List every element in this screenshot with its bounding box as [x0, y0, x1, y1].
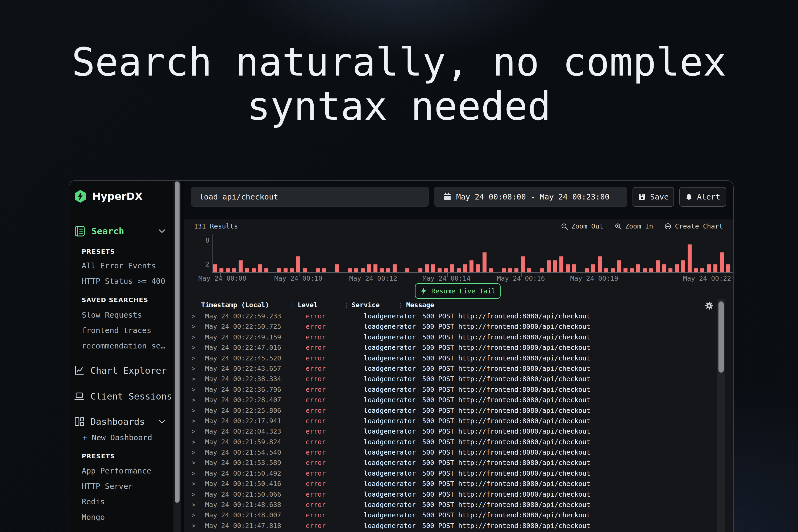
histogram-bar[interactable]	[296, 256, 300, 272]
sidebar-saved-search-item[interactable]: recommendation se…	[82, 338, 165, 354]
row-expand-chevron[interactable]: >	[191, 458, 201, 468]
histogram-bar[interactable]	[374, 264, 377, 272]
row-expand-chevron[interactable]: >	[191, 490, 201, 500]
row-expand-chevron[interactable]: >	[191, 353, 201, 364]
save-button[interactable]: Save	[632, 187, 674, 207]
brand[interactable]: HyperDX	[74, 190, 142, 203]
histogram-bar[interactable]	[559, 256, 564, 272]
histogram-bar[interactable]	[425, 264, 429, 272]
sidebar-dashboard-preset-item[interactable]: Redis	[82, 494, 151, 509]
histogram-bar[interactable]	[675, 264, 679, 272]
row-expand-chevron[interactable]: >	[191, 374, 201, 384]
row-expand-chevron[interactable]: >	[191, 343, 201, 353]
histogram-bar[interactable]	[245, 268, 249, 272]
time-range-picker[interactable]: May 24 00:08:00 - May 24 00:23:00	[434, 187, 627, 207]
sidebar-preset-item[interactable]: All Error Events	[82, 258, 165, 273]
histogram-bar[interactable]	[277, 268, 281, 272]
histogram-bar[interactable]	[668, 268, 672, 272]
histogram-bar[interactable]	[643, 268, 647, 272]
column-separator-icon[interactable]: ⋮	[398, 301, 403, 310]
row-expand-chevron[interactable]: >	[191, 426, 201, 437]
table-scrollbar-track[interactable]	[717, 299, 725, 532]
histogram-bar[interactable]	[450, 264, 454, 272]
table-scrollbar-thumb[interactable]	[719, 301, 724, 373]
row-expand-chevron[interactable]: >	[191, 479, 201, 489]
table-row[interactable]: > May 24 00:21:48.638 error loadgenerato…	[184, 499, 715, 510]
histogram-bar[interactable]	[700, 268, 704, 272]
histogram-bar[interactable]	[284, 268, 288, 272]
zoom-in-button[interactable]: Zoom In	[614, 222, 653, 231]
histogram-bar[interactable]	[463, 264, 467, 272]
new-dashboard-button[interactable]: + New Dashboard	[82, 433, 152, 442]
histogram-bar[interactable]	[707, 264, 711, 272]
column-header-message[interactable]: Message	[406, 300, 434, 310]
table-row[interactable]: > May 24 00:22:28.407 error loadgenerato…	[184, 395, 715, 405]
table-row[interactable]: loadgenerator 500 POST http://frontend:8…	[184, 531, 715, 532]
histogram-bar[interactable]	[220, 268, 224, 272]
row-expand-chevron[interactable]: >	[191, 469, 201, 479]
row-expand-chevron[interactable]: >	[191, 521, 201, 531]
histogram-bar[interactable]	[694, 268, 698, 272]
histogram-bar[interactable]	[514, 268, 518, 272]
histogram-bar[interactable]	[226, 268, 230, 272]
histogram-bar[interactable]	[720, 252, 724, 272]
histogram-bar[interactable]	[502, 268, 506, 272]
sidebar-dashboard-preset-item[interactable]: HTTP Server	[82, 478, 151, 494]
histogram-bar[interactable]	[649, 268, 653, 272]
sidebar-dashboard-preset-item[interactable]: App Performance	[82, 463, 151, 478]
row-expand-chevron[interactable]: >	[191, 395, 201, 405]
row-expand-chevron[interactable]: >	[191, 416, 201, 426]
sidebar-dashboard-preset-item[interactable]: Mongo	[82, 509, 151, 525]
histogram-bar[interactable]	[252, 268, 255, 272]
zoom-out-button[interactable]: Zoom Out	[561, 222, 603, 231]
histogram-bar[interactable]	[540, 268, 544, 272]
histogram-bar[interactable]	[335, 264, 339, 272]
histogram-bar[interactable]	[393, 264, 397, 272]
table-row[interactable]: > May 24 00:21:48.007 error loadgenerato…	[184, 510, 715, 520]
histogram-bar[interactable]	[239, 261, 243, 272]
row-expand-chevron[interactable]: >	[191, 510, 201, 520]
column-separator-icon[interactable]: ⋮	[290, 301, 296, 310]
table-row[interactable]: > May 24 00:21:54.540 error loadgenerato…	[184, 447, 715, 457]
histogram-bar[interactable]	[598, 256, 602, 272]
table-row[interactable]: > May 24 00:21:50.066 error loadgenerato…	[184, 489, 715, 499]
table-row[interactable]: > May 24 00:22:17.941 error loadgenerato…	[184, 416, 715, 426]
column-header-level[interactable]: Level	[298, 300, 318, 310]
histogram-bar[interactable]	[232, 268, 236, 272]
row-expand-chevron[interactable]: >	[191, 385, 201, 395]
column-header-timestamp[interactable]: Timestamp (Local)	[201, 300, 269, 310]
row-expand-chevron[interactable]: >	[191, 311, 201, 322]
histogram-bar[interactable]	[508, 268, 512, 272]
histogram-bar[interactable]	[681, 261, 685, 272]
histogram-bar[interactable]	[418, 268, 422, 272]
histogram-bar[interactable]	[585, 268, 589, 272]
row-expand-chevron[interactable]: >	[191, 322, 201, 332]
histogram-bar[interactable]	[258, 264, 262, 272]
search-input[interactable]	[191, 187, 429, 207]
histogram-bar[interactable]	[476, 264, 480, 272]
table-row[interactable]: > May 24 00:22:25.806 error loadgenerato…	[184, 405, 715, 416]
column-header-service[interactable]: Service	[352, 300, 380, 310]
histogram-bar[interactable]	[457, 268, 461, 272]
histogram-bar[interactable]	[290, 268, 294, 272]
table-row[interactable]: > May 24 00:22:50.725 error loadgenerato…	[184, 321, 715, 332]
histogram-bar[interactable]	[521, 256, 525, 272]
sidebar-scrollbar-thumb[interactable]	[175, 182, 179, 503]
histogram-bar[interactable]	[611, 268, 615, 272]
sidebar-item-client-sessions[interactable]: Client Sessions	[74, 390, 172, 403]
histogram-bar[interactable]	[380, 268, 384, 272]
histogram-bar[interactable]	[662, 264, 666, 272]
sidebar-item-dashboards[interactable]: Dashboards	[74, 415, 166, 428]
row-expand-chevron[interactable]: >	[191, 500, 201, 510]
histogram-bar[interactable]	[354, 268, 358, 272]
sidebar-saved-search-item[interactable]: Slow Requests	[82, 307, 165, 323]
histogram-bar[interactable]	[213, 264, 217, 272]
table-row[interactable]: > May 24 00:22:49.159 error loadgenerato…	[184, 332, 715, 342]
table-row[interactable]: > May 24 00:22:45.520 error loadgenerato…	[184, 353, 715, 363]
histogram-bar[interactable]	[572, 264, 576, 272]
histogram-bar[interactable]	[566, 264, 570, 272]
histogram-bar[interactable]	[604, 268, 608, 272]
table-row[interactable]: > May 24 00:21:53.589 error loadgenerato…	[184, 457, 715, 468]
histogram-bar[interactable]	[726, 264, 730, 272]
sidebar-item-search[interactable]: Search	[74, 225, 166, 238]
